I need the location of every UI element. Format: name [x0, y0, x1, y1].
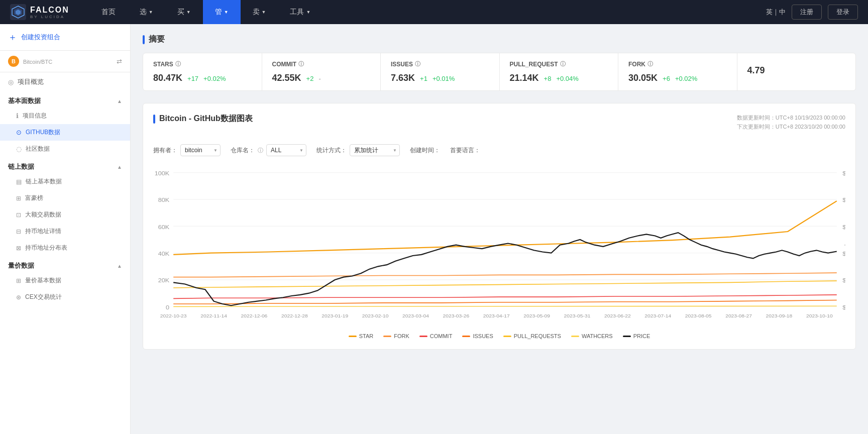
filter-repo-label: 仓库名：	[231, 146, 255, 155]
legend-commit[interactable]: COMMIT	[419, 333, 453, 339]
chart-title: Bitcoin - GitHub数据图表	[159, 114, 253, 124]
nav-home[interactable]: 首页	[89, 0, 128, 24]
legend-pullreq[interactable]: PULL_REQUESTS	[503, 333, 561, 339]
logo-text: FALCON BY LUCIDA	[30, 6, 69, 19]
svg-text:2023-05-31: 2023-05-31	[564, 313, 591, 318]
create-icon: ＋	[8, 31, 17, 43]
legend-price[interactable]: PRICE	[623, 333, 650, 339]
svg-text:2023-09-18: 2023-09-18	[766, 313, 793, 318]
filter-owner-select[interactable]: bitcoin	[180, 144, 221, 156]
stat-issues-change: +1	[420, 75, 427, 82]
sidebar-project-info[interactable]: ℹ 项目信息	[0, 107, 130, 124]
stat-fork-pct: +0.02%	[675, 75, 697, 82]
nav-tools[interactable]: 工具 ▼	[278, 0, 322, 24]
filter-stat: 统计方式： 累加统计	[316, 144, 400, 156]
stat-stars-change: +17	[187, 75, 198, 82]
filter-owner-label: 拥有者：	[153, 146, 177, 155]
legend-fork[interactable]: FORK	[383, 333, 409, 339]
section-fundamental-chevron[interactable]: ▲	[117, 98, 122, 104]
stat-stars-pct: +0.02%	[203, 75, 226, 82]
section-volume-chevron[interactable]: ▲	[117, 263, 122, 269]
asset-switch-icon[interactable]: ⇄	[117, 58, 122, 65]
legend-issues-label: ISSUES	[473, 333, 493, 339]
chart-svg: 100K 80K 60K 40K 20K 0 $40000 $35000 $30…	[153, 167, 845, 328]
stat-extra: 4.79	[737, 53, 856, 90]
filter-stat-label: 统计方式：	[316, 146, 347, 155]
nav-items: 首页 选 ▼ 买 ▼ 管 ▼ 卖 ▼ 工具 ▼	[89, 0, 766, 24]
section-fundamental-title: 基本面数据	[8, 96, 41, 105]
addr-icon: ⊟	[16, 228, 21, 235]
svg-text:100K: 100K	[155, 170, 169, 177]
stat-fork-info[interactable]: ⓘ	[647, 60, 653, 68]
section-fundamental: 基本面数据 ▲	[0, 91, 130, 107]
asset-name: Bitcoin/BTC	[23, 58, 52, 65]
filter-lang-label: 首要语言：	[450, 146, 480, 155]
nav-select[interactable]: 选 ▼	[128, 0, 165, 24]
top-navbar: FALCON BY LUCIDA 首页 选 ▼ 买 ▼ 管 ▼ 卖 ▼ 工具 ▼…	[0, 0, 868, 24]
legend-star[interactable]: STAR	[349, 333, 374, 339]
stat-issues-info[interactable]: ⓘ	[415, 60, 420, 68]
sidebar-cex[interactable]: ⊛ CEX交易统计	[0, 289, 130, 305]
stat-pullreq-info[interactable]: ⓘ	[560, 60, 566, 68]
filter-owner: 拥有者： bitcoin	[153, 144, 221, 156]
svg-text:2023-02-10: 2023-02-10	[362, 313, 389, 318]
svg-text:2023-04-17: 2023-04-17	[483, 313, 510, 318]
nav-buy[interactable]: 买 ▼	[165, 0, 203, 24]
filter-stat-select[interactable]: 累加统计	[350, 144, 400, 156]
chart-meta-line1: 数据更新时间：UTC+8 10/19/2023 00:00:00	[737, 114, 845, 123]
filter-create: 创建时间：	[410, 146, 440, 155]
nav-sell[interactable]: 卖 ▼	[241, 0, 278, 24]
stat-issues-key: ISSUES	[391, 61, 413, 68]
svg-text:2023-03-04: 2023-03-04	[402, 313, 429, 318]
section-chain-chevron[interactable]: ▲	[117, 164, 122, 170]
register-button[interactable]: 注册	[792, 5, 822, 20]
chart-meta: 数据更新时间：UTC+8 10/19/2023 00:00:00 下次更新时间：…	[737, 114, 845, 131]
section-bar	[143, 35, 145, 44]
stat-commit-dash: -	[318, 75, 320, 82]
stat-fork-header: FORK ⓘ	[628, 60, 727, 68]
lang-selector[interactable]: 英｜中	[766, 8, 786, 17]
cex-icon: ⊛	[16, 294, 21, 301]
sidebar: ＋ 创建投资组合 B Bitcoin/BTC ⇄ ◎ 项目概览 基本面数据 ▲ …	[0, 24, 131, 434]
svg-text:$30000: $30000	[842, 224, 845, 230]
filter-repo: 仓库名： ⓘ ALL	[231, 144, 306, 156]
stat-stars-main: 80.47K	[153, 73, 182, 83]
stat-fork: FORK ⓘ 30.05K +6 +0.02%	[618, 53, 737, 90]
stats-row: STARS ⓘ 80.47K +17 +0.02% COMMIT ⓘ 42.55…	[143, 53, 856, 91]
sidebar-overview[interactable]: ◎ 项目概览	[0, 72, 130, 91]
legend-price-label: PRICE	[633, 333, 650, 339]
stat-commit-info[interactable]: ⓘ	[298, 60, 304, 68]
stat-commit-header: COMMIT ⓘ	[272, 60, 371, 68]
sidebar-addr-dist[interactable]: ⊠ 持币地址分布表	[0, 240, 130, 256]
legend-watchers-color	[571, 336, 579, 337]
stat-issues: ISSUES ⓘ 7.63K +1 +0.01%	[381, 53, 500, 90]
filter-repo-info[interactable]: ⓘ	[258, 147, 263, 154]
sidebar-volume-basic[interactable]: ⊞ 量价基本数据	[0, 272, 130, 289]
sidebar-github-data[interactable]: ⊙ GITHUB数据	[0, 124, 130, 141]
login-button[interactable]: 登录	[828, 5, 858, 20]
overview-label: 项目概览	[18, 77, 44, 86]
legend-watchers[interactable]: WATHCERS	[571, 333, 613, 339]
sidebar-chain-basic[interactable]: ▤ 链上基本数据	[0, 173, 130, 190]
filter-owner-wrap: bitcoin	[180, 144, 221, 156]
sidebar-rich-list[interactable]: ⊞ 富豪榜	[0, 190, 130, 206]
filter-lang: 首要语言：	[450, 146, 480, 155]
filter-repo-select[interactable]: ALL	[266, 144, 306, 156]
stat-pullreq: PULL_REQUEST ⓘ 21.14K +8 +0.04%	[500, 53, 619, 90]
asset-selector: B Bitcoin/BTC ⇄	[0, 51, 130, 72]
nav-manage[interactable]: 管 ▼	[203, 0, 241, 24]
svg-text:$35000: $35000	[842, 197, 845, 203]
sidebar-addr-detail[interactable]: ⊟ 持币地址详情	[0, 223, 130, 240]
sidebar-community-data[interactable]: ◌ 社区数据	[0, 141, 130, 157]
create-portfolio[interactable]: ＋ 创建投资组合	[0, 24, 130, 51]
community-icon: ◌	[16, 145, 22, 153]
stat-stars-info[interactable]: ⓘ	[175, 60, 181, 68]
filter-stat-wrap: 累加统计	[350, 144, 400, 156]
sidebar-large-tx[interactable]: ⊡ 大额交易数据	[0, 206, 130, 223]
svg-text:40K: 40K	[158, 251, 169, 257]
stat-pullreq-change: +8	[544, 75, 552, 82]
svg-text:2022-12-06: 2022-12-06	[241, 313, 268, 318]
chart-container: 100K 80K 60K 40K 20K 0 $40000 $35000 $30…	[153, 167, 845, 328]
filter-repo-wrap: ALL	[266, 144, 306, 156]
legend-issues[interactable]: ISSUES	[462, 333, 493, 339]
